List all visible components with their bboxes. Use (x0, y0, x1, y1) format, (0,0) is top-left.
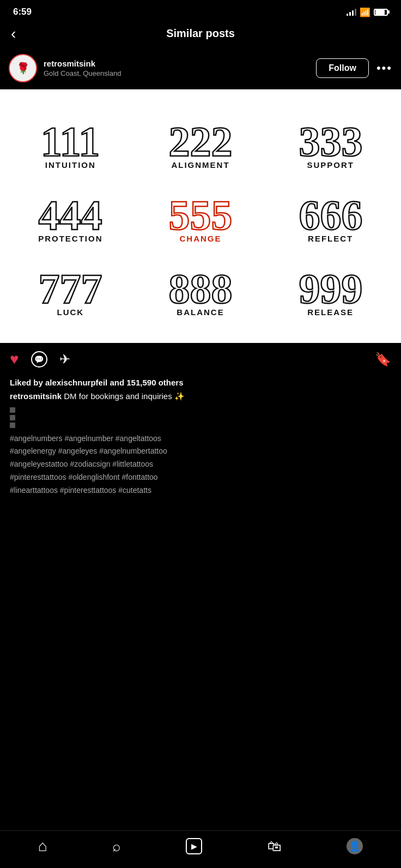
shop-icon: 🛍 (268, 838, 282, 855)
angel-label-777: LUCK (57, 308, 84, 317)
profile-location: Gold Coast, Queensland (44, 69, 316, 77)
page-title: Similar posts (166, 27, 235, 40)
dot-3 (10, 423, 15, 428)
number-777: 777 (29, 264, 111, 308)
more-button[interactable]: ••• (376, 61, 392, 75)
status-icons: 📶 (347, 7, 388, 17)
svg-text:999: 999 (299, 265, 362, 308)
status-time: 6:59 (13, 7, 32, 17)
wifi-icon: 📶 (360, 7, 370, 17)
comment-button[interactable]: 💬 (31, 351, 47, 367)
dot-2 (10, 415, 15, 420)
angel-label-999: RELEASE (307, 308, 354, 317)
angel-cell-888: 888 BALANCE (136, 253, 266, 327)
caption-text: DM for bookings and inquiries ✨ (62, 391, 185, 401)
profile-info: retrosmitsink Gold Coast, Queensland (44, 59, 316, 77)
angel-cell-222: 222 ALIGNMENT (136, 106, 266, 179)
bookmark-button[interactable]: 🔖 (375, 352, 391, 367)
svg-text:111: 111 (41, 118, 100, 160)
angel-label-222: ALIGNMENT (171, 160, 229, 170)
angel-label-333: SUPPORT (307, 160, 354, 170)
angel-label-888: BALANCE (177, 308, 224, 317)
caption-username[interactable]: retrosmitsink (10, 391, 62, 401)
likes-line: Liked by alexischnurpfeil and 151,590 ot… (10, 378, 391, 387)
angel-cell-444: 444 PROTECTION (5, 179, 136, 253)
angel-cell-555: 555 CHANGE (136, 179, 266, 253)
battery-icon (374, 9, 388, 16)
likes-number: 151,590 others (126, 378, 183, 387)
avatar-image: 🌹 (16, 62, 30, 75)
avatar[interactable]: 🌹 (9, 54, 37, 82)
number-111: 111 (29, 117, 111, 160)
nav-shop[interactable]: 🛍 (268, 838, 282, 855)
signal-icon (347, 8, 356, 16)
dot-1 (10, 407, 15, 413)
angel-cell-777: 777 LUCK (5, 253, 136, 327)
hashtags: #angelnumbers #angelnumber #angeltattoos… (10, 432, 391, 497)
profile-avatar-nav: 👤 (347, 838, 363, 854)
number-222: 222 (160, 117, 241, 160)
bottom-nav: ⌂ ⌕ ▶ 🛍 👤 (0, 830, 401, 868)
reels-icon: ▶ (186, 838, 202, 854)
svg-text:222: 222 (168, 118, 232, 160)
nav-bar: ‹ Similar posts (0, 22, 401, 47)
angel-cell-666: 666 REFLECT (265, 179, 396, 253)
nav-home[interactable]: ⌂ (38, 837, 47, 855)
nav-reels[interactable]: ▶ (186, 838, 202, 854)
profile-header: 🌹 retrosmitsink Gold Coast, Queensland F… (0, 47, 401, 89)
number-444: 444 (29, 190, 111, 234)
post-content: Liked by alexischnurpfeil and 151,590 ot… (0, 376, 401, 503)
back-button[interactable]: ‹ (11, 25, 16, 43)
angel-label-555: CHANGE (179, 234, 221, 243)
angel-label-111: INTUITION (45, 160, 96, 170)
number-666: 666 (290, 190, 372, 234)
profile-actions: Follow ••• (316, 58, 392, 78)
angel-cell-111: 111 INTUITION (5, 106, 136, 179)
svg-text:555: 555 (168, 191, 232, 234)
number-333: 333 (290, 117, 372, 160)
nav-search[interactable]: ⌕ (112, 838, 121, 855)
angel-label-666: REFLECT (308, 234, 353, 243)
angel-label-444: PROTECTION (38, 234, 102, 243)
profile-username[interactable]: retrosmitsink (44, 59, 316, 68)
post-image: 111 INTUITION 222 ALIGNMENT 333 SUPPORT … (0, 89, 401, 343)
caption-line: retrosmitsink DM for bookings and inquir… (10, 390, 391, 403)
angel-number-grid: 111 INTUITION 222 ALIGNMENT 333 SUPPORT … (5, 106, 396, 327)
action-left: ♥ 💬 ✈ (10, 351, 70, 368)
svg-text:333: 333 (299, 118, 362, 160)
svg-text:666: 666 (299, 191, 362, 234)
home-icon: ⌂ (38, 837, 47, 855)
like-button[interactable]: ♥ (10, 351, 19, 368)
svg-text:777: 777 (39, 265, 102, 308)
angel-cell-333: 333 SUPPORT (265, 106, 396, 179)
search-icon: ⌕ (112, 838, 121, 855)
number-999: 999 (290, 264, 372, 308)
status-bar: 6:59 📶 (0, 0, 401, 22)
action-bar: ♥ 💬 ✈ 🔖 (0, 343, 401, 376)
number-888: 888 (160, 264, 241, 308)
liked-user[interactable]: alexischnurpfeil (45, 378, 107, 387)
svg-text:888: 888 (168, 265, 232, 308)
share-button[interactable]: ✈ (59, 352, 70, 367)
angel-cell-999: 999 RELEASE (265, 253, 396, 327)
number-555: 555 (160, 190, 241, 234)
likes-and: and (107, 378, 126, 387)
nav-profile[interactable]: 👤 (347, 838, 363, 854)
likes-text: Liked by (10, 378, 45, 387)
follow-button[interactable]: Follow (316, 58, 369, 78)
svg-text:444: 444 (39, 191, 102, 234)
caption-more (10, 407, 391, 428)
